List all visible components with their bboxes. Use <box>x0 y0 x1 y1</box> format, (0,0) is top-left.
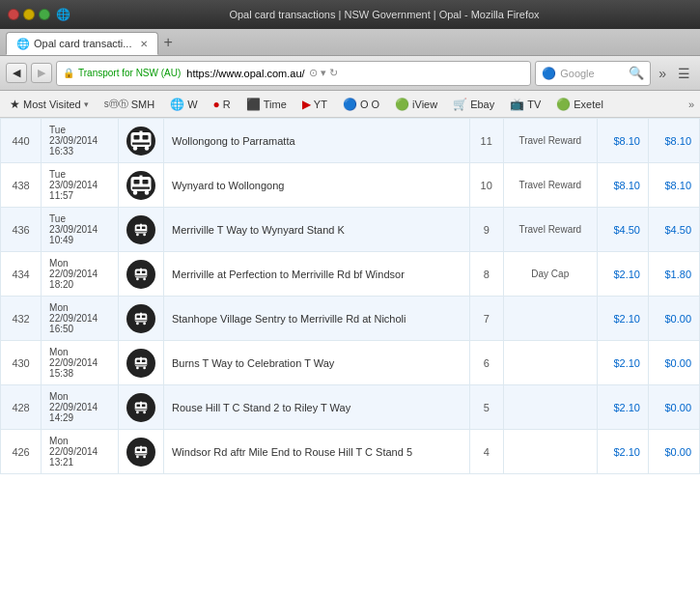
charged-value: $0.00 <box>648 341 699 385</box>
svg-rect-2 <box>142 135 148 140</box>
train-icon <box>126 171 155 200</box>
bookmark-label: Exetel <box>574 99 603 110</box>
iview-icon: 🟢 <box>395 98 409 111</box>
chevron-down-icon: ▾ <box>84 99 89 109</box>
svg-rect-29 <box>136 315 140 318</box>
transport-icon-cell <box>118 341 163 385</box>
amount-value: $2.10 <box>597 297 648 341</box>
time-icon: ⬛ <box>246 98 261 111</box>
table-row: 434 Mon 22/09/2014 18:20 Merriville at P… <box>1 252 700 297</box>
journey-text: Stanhope Village Sentry to Merriville Rd… <box>163 297 469 341</box>
amount-value: $2.10 <box>597 430 648 474</box>
bookmark-exetel[interactable]: 🟢 Exetel <box>552 96 607 113</box>
svg-point-18 <box>136 233 139 236</box>
svg-rect-3 <box>132 142 150 144</box>
bookmark-most-visited[interactable]: ★ Most Visited ▾ <box>6 96 93 113</box>
bookmark-ebay[interactable]: 🛒 Ebay <box>449 96 498 113</box>
ebay-icon: 🛒 <box>453 98 467 111</box>
navbar: ◀ ▶ 🔒 Transport for NSW (AU) https://www… <box>0 56 700 91</box>
forward-button[interactable]: ▶ <box>31 63 52 83</box>
charged-value: $4.50 <box>648 208 699 252</box>
bookmark-tv[interactable]: 📺 TV <box>506 96 545 113</box>
svg-point-47 <box>143 411 146 413</box>
bookmark-label: Time <box>264 99 287 110</box>
close-button[interactable] <box>8 9 19 20</box>
bookmark-smh[interactable]: sⓜⓗ SMH <box>100 96 158 113</box>
maximize-button[interactable] <box>39 9 50 20</box>
more-button[interactable]: » <box>655 66 670 81</box>
transaction-date: Mon 22/09/2014 18:20 <box>42 252 119 297</box>
transaction-date: Tue 23/09/2014 10:49 <box>42 208 119 252</box>
table-row: 440 Tue 23/09/2014 16:33 Wollongong to P… <box>1 119 700 163</box>
bookmark-yt[interactable]: ▶ YT <box>298 96 331 113</box>
svg-point-54 <box>143 455 146 458</box>
transport-icon-cell <box>118 430 163 474</box>
bookmark-time[interactable]: ⬛ Time <box>242 96 291 113</box>
transaction-id: 438 <box>1 163 42 208</box>
svg-rect-37 <box>142 359 146 362</box>
search-icon[interactable]: 🔍 <box>629 66 644 80</box>
amount-value: $4.50 <box>597 208 648 252</box>
transaction-id: 440 <box>1 119 42 163</box>
minimize-button[interactable] <box>23 9 35 20</box>
url-icons: ⊙ ▾ ↻ <box>309 67 338 79</box>
table-row: 432 Mon 22/09/2014 16:50 Stanhope Villag… <box>1 297 700 341</box>
svg-point-11 <box>133 190 138 195</box>
svg-point-26 <box>143 277 146 280</box>
bookmark-label: Ebay <box>470 99 494 110</box>
tab-main[interactable]: 🌐 Opal card transacti... ✕ <box>6 32 158 55</box>
trip-number: 6 <box>469 341 503 385</box>
smh-icon: sⓜⓗ <box>104 98 128 111</box>
discount-text <box>503 297 597 341</box>
address-bar[interactable]: 🔒 Transport for NSW (AU) https://www.opa… <box>56 61 531 86</box>
svg-point-12 <box>145 190 150 195</box>
svg-point-39 <box>136 366 139 369</box>
table-row: 436 Tue 23/09/2014 10:49 Merriville T Wa… <box>1 208 700 252</box>
svg-rect-27 <box>140 268 142 269</box>
trip-number: 7 <box>469 297 503 341</box>
svg-rect-24 <box>135 275 148 276</box>
svg-rect-22 <box>136 270 140 273</box>
discount-text: Travel Reward <box>503 208 597 252</box>
exetel-icon: 🟢 <box>556 98 571 111</box>
amount-value: $8.10 <box>597 163 648 208</box>
svg-point-5 <box>145 146 150 151</box>
journey-text: Merriville at Perfection to Merriville R… <box>163 252 469 297</box>
bookmark-w[interactable]: 🌐 W <box>166 96 201 113</box>
bookmark-label: iView <box>412 99 437 110</box>
transaction-date: Tue 23/09/2014 16:33 <box>42 119 119 163</box>
svg-rect-20 <box>140 223 142 225</box>
svg-rect-36 <box>136 359 140 362</box>
menu-button[interactable]: ☰ <box>674 66 694 81</box>
svg-point-46 <box>136 411 139 413</box>
new-tab-button[interactable]: + <box>158 34 179 51</box>
back-button[interactable]: ◀ <box>6 63 27 83</box>
bookmarks-bar: ★ Most Visited ▾ sⓜⓗ SMH 🌐 W ● R ⬛ Time … <box>0 91 700 118</box>
svg-rect-23 <box>142 270 146 273</box>
transaction-id: 432 <box>1 297 42 341</box>
search-bar[interactable]: 🔵 Google 🔍 <box>535 61 651 86</box>
charged-value: $0.00 <box>648 430 699 474</box>
train-icon <box>126 127 155 156</box>
table-row: 428 Mon 22/09/2014 14:29 Rouse Hill T C … <box>1 385 700 430</box>
tab-close-icon[interactable]: ✕ <box>140 39 148 49</box>
bookmark-oo[interactable]: 🔵 O O <box>339 96 383 113</box>
transactions-table: 440 Tue 23/09/2014 16:33 Wollongong to P… <box>0 118 700 474</box>
bookmark-iview[interactable]: 🟢 iView <box>391 96 441 113</box>
charged-value: $8.10 <box>648 163 699 208</box>
svg-rect-45 <box>135 409 148 410</box>
bus-icon <box>126 438 155 467</box>
bookmark-label: Most Visited <box>23 99 81 110</box>
bookmark-r[interactable]: ● R <box>210 96 235 113</box>
transaction-id: 428 <box>1 385 42 430</box>
window-controls <box>8 9 50 20</box>
main-content: 440 Tue 23/09/2014 16:33 Wollongong to P… <box>0 118 700 595</box>
search-placeholder: Google <box>560 68 629 79</box>
transaction-id: 436 <box>1 208 42 252</box>
bookmark-label: SMH <box>131 99 154 110</box>
lock-icon: 🔒 <box>63 68 74 78</box>
bookmarks-more-button[interactable]: » <box>688 99 694 110</box>
bookmark-label: YT <box>314 99 327 110</box>
journey-text: Windsor Rd aftr Mile End to Rouse Hill T… <box>163 430 469 474</box>
tabbar: 🌐 Opal card transacti... ✕ + <box>0 29 700 56</box>
